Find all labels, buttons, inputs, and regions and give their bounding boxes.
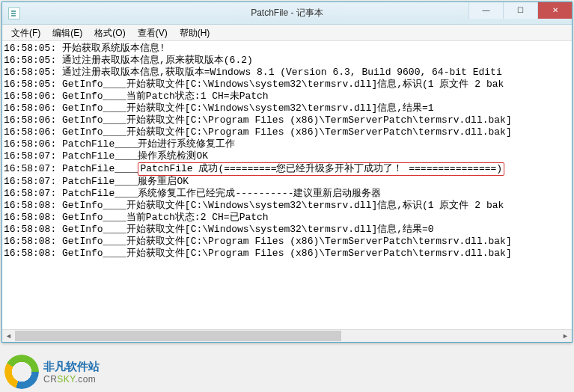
watermark-logo: 非凡软件站 CRSKY.com bbox=[4, 355, 100, 389]
log-line: 16:58:06: GetInfo____开始获取文件[C:\Windows\s… bbox=[4, 102, 570, 114]
minimize-button[interactable]: — bbox=[468, 2, 503, 19]
scroll-right-button[interactable]: ► bbox=[559, 330, 572, 342]
menu-help[interactable]: 帮助(H) bbox=[174, 25, 216, 40]
log-line-highlight: 16:58:07: PatchFile____PatchFile 成功(====… bbox=[4, 162, 570, 176]
log-line: 16:58:07: PatchFile____操作系统检测OK bbox=[4, 150, 570, 162]
logo-text: 非凡软件站 CRSKY.com bbox=[43, 360, 100, 385]
scroll-left-button[interactable]: ◄ bbox=[2, 330, 15, 342]
log-line: 16:58:06: GetInfo____开始获取文件[C:\Program F… bbox=[4, 126, 570, 138]
log-line: 16:58:08: GetInfo____开始获取文件[C:\Program F… bbox=[4, 236, 570, 248]
menu-bar: 文件(F) 编辑(E) 格式(O) 查看(V) 帮助(H) bbox=[2, 25, 572, 41]
notepad-icon bbox=[8, 7, 20, 19]
success-highlight: PatchFile 成功(=========您已经升级多开补丁成功了！ ====… bbox=[138, 162, 504, 176]
scroll-track[interactable] bbox=[15, 330, 559, 342]
logo-en: CRSKY.com bbox=[43, 374, 100, 385]
log-line: 16:58:07: PatchFile____服务重启OK bbox=[4, 176, 570, 188]
menu-file[interactable]: 文件(F) bbox=[5, 25, 46, 40]
window-title: PatchFile - 记事本 bbox=[251, 7, 323, 19]
log-line: 16:58:05: GetInfo____开始获取文件[C:\Windows\s… bbox=[4, 79, 570, 91]
text-content[interactable]: 16:58:05: 开始获取系统版本信息!16:58:05: 通过注册表取版本信… bbox=[2, 41, 572, 329]
menu-edit[interactable]: 编辑(E) bbox=[46, 25, 88, 40]
log-line: 16:58:08: GetInfo____当前Patch状态:2 CH=已Pat… bbox=[4, 212, 570, 224]
log-line: 16:58:05: 开始获取系统版本信息! bbox=[4, 43, 570, 55]
notepad-window: PatchFile - 记事本 — ☐ ✕ 文件(F) 编辑(E) 格式(O) … bbox=[1, 1, 573, 343]
maximize-button[interactable]: ☐ bbox=[503, 2, 537, 19]
window-controls: — ☐ ✕ bbox=[468, 2, 572, 19]
log-line: 16:58:05: 通过注册表取版本信息,原来获取版本(6.2) bbox=[4, 55, 570, 67]
log-line: 16:58:06: PatchFile____开始进行系统修复工作 bbox=[4, 138, 570, 150]
log-line: 16:58:06: GetInfo____开始获取文件[C:\Program F… bbox=[4, 114, 570, 126]
menu-format[interactable]: 格式(O) bbox=[88, 25, 131, 40]
editor-area[interactable]: 16:58:05: 开始获取系统版本信息!16:58:05: 通过注册表取版本信… bbox=[2, 41, 572, 342]
log-line: 16:58:06: GetInfo____当前Patch状态:1 CH=未Pat… bbox=[4, 91, 570, 102]
logo-swirl-icon bbox=[4, 355, 39, 389]
logo-cn: 非凡软件站 bbox=[43, 360, 100, 374]
log-line: 16:58:07: PatchFile____系统修复工作已经完成-------… bbox=[4, 188, 570, 200]
log-line: 16:58:08: GetInfo____开始获取文件[C:\Program F… bbox=[4, 248, 570, 260]
log-line: 16:58:08: GetInfo____开始获取文件[C:\Windows\s… bbox=[4, 224, 570, 236]
menu-view[interactable]: 查看(V) bbox=[132, 25, 174, 40]
log-line: 16:58:05: 通过注册表取版本信息,获取版本=Windows 8.1 (V… bbox=[4, 67, 570, 79]
title-bar[interactable]: PatchFile - 记事本 — ☐ ✕ bbox=[2, 2, 572, 25]
scroll-thumb[interactable] bbox=[15, 331, 341, 341]
log-line: 16:58:08: GetInfo____开始获取文件[C:\Windows\s… bbox=[4, 200, 570, 212]
close-button[interactable]: ✕ bbox=[537, 2, 572, 19]
scrollbar-horizontal[interactable]: ◄ ► bbox=[2, 329, 572, 342]
